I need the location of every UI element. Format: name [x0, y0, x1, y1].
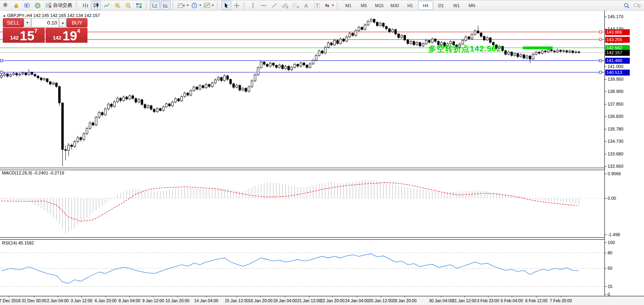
volume-input[interactable]: 0.10: [31, 18, 59, 27]
sell-label: SELL: [7, 20, 20, 26]
time-tick-label: 9 Jan 12:00: [142, 298, 164, 303]
time-tick-label: 15 Jan 12:00: [225, 298, 249, 303]
text-icon[interactable]: A: [302, 1, 312, 10]
time-tick-mark: [464, 296, 465, 297]
text-label-icon[interactable]: T: [312, 1, 322, 10]
time-tick-mark: [129, 296, 130, 297]
rsi-canvas[interactable]: [0, 239, 604, 296]
tab-tf-M15[interactable]: M15: [372, 1, 387, 10]
time-tick-label: 10 Jan 20:00: [165, 298, 190, 303]
tab-tf-W1[interactable]: W1: [449, 1, 464, 10]
new-order-button[interactable]: 单: [0, 1, 10, 10]
main-toolbar: 单 自动交易 ▼ ▼ ▼ E F A T ▼: [0, 0, 644, 11]
panel-divider[interactable]: [0, 168, 604, 170]
time-tick-label: 6 Feb 12:00: [525, 298, 547, 303]
main-chart-canvas[interactable]: [0, 11, 604, 168]
market-watch-icon[interactable]: [11, 1, 21, 10]
buy-price-pip: 4: [77, 28, 80, 34]
axis-separator: [604, 11, 605, 296]
time-tick-label: 21 Jan 12:00: [297, 298, 321, 303]
time-tick-label: 2 Jan 04:00: [47, 298, 69, 303]
horizontal-line-icon[interactable]: [259, 1, 269, 10]
trendline-icon[interactable]: [270, 1, 279, 10]
arrows-icon[interactable]: ▼: [323, 1, 335, 10]
price-line-label: 143.886: [605, 29, 630, 35]
cursor-icon[interactable]: [221, 1, 231, 10]
bar-chart-icon[interactable]: [80, 1, 90, 10]
sell-price-panel[interactable]: 142 15 7: [3, 28, 45, 43]
svg-text:F: F: [297, 6, 299, 9]
time-tick-mark: [58, 296, 58, 297]
ohlc-values: 142.145 142.165 142.134 142.157: [33, 13, 100, 18]
time-tick-label: 14 Jan 04:00: [194, 298, 218, 303]
zoom-out-icon[interactable]: [123, 1, 133, 10]
tab-tf-M30[interactable]: M30: [388, 1, 402, 10]
tab-tf-M5[interactable]: M5: [357, 1, 371, 10]
tab-tf-H1[interactable]: H1: [403, 1, 418, 10]
strategy-tester-icon[interactable]: [32, 1, 42, 10]
toolbar-right-group: [621, 1, 642, 10]
macd-canvas[interactable]: [0, 170, 604, 237]
buy-price-big: 19: [63, 30, 77, 42]
time-tick-mark: [488, 296, 488, 297]
time-tick-mark: [381, 296, 381, 297]
time-tick-label: 3 Jan 12:00: [71, 298, 93, 303]
templates-icon[interactable]: ▼: [203, 1, 215, 10]
indicators-icon[interactable]: ▼: [177, 1, 190, 10]
svg-text:E: E: [287, 6, 289, 9]
dropdown-caret-icon: ▼: [186, 4, 189, 7]
sell-button[interactable]: SELL: [3, 18, 24, 27]
terminal-icon[interactable]: [22, 1, 32, 10]
pivot-annotation[interactable]: 多空转折点142.562: [428, 44, 501, 54]
timeframe-group: M1M5M15M30H1H4D1W1MN: [341, 1, 480, 10]
tab-tf-D1[interactable]: D1: [434, 1, 448, 10]
chart-shift-icon[interactable]: [161, 1, 171, 10]
volume-decrease-button[interactable]: ▼: [24, 18, 31, 27]
tile-windows-icon[interactable]: [134, 1, 144, 10]
tab-tf-H4[interactable]: H4: [418, 1, 433, 10]
time-tick-label: 5 Feb 04:00: [501, 298, 523, 303]
time-tick-label: 6 Jan 23:00: [95, 298, 117, 303]
chart-plot-area[interactable]: [0, 11, 604, 296]
time-axis[interactable]: 27 Dec 201831 Dec 00:002 Jan 04:003 Jan …: [0, 296, 644, 305]
one-click-trading-panel: SELL ▼ 0.10 ▲ BUY 142 15 7 142 19 4: [3, 18, 87, 43]
time-tick-mark: [441, 296, 441, 297]
collapse-arrow-icon[interactable]: ▲: [3, 14, 6, 17]
auto-scroll-icon[interactable]: [150, 1, 160, 10]
time-tick-mark: [153, 296, 154, 297]
autotrading-button[interactable]: 自动交易: [43, 1, 74, 10]
price-axis[interactable]: 145.170144.130143.070142.020141.000139.9…: [605, 11, 644, 296]
equidistant-channel-icon[interactable]: E: [280, 1, 290, 10]
svg-text:T: T: [316, 3, 319, 8]
time-tick-mark: [106, 296, 106, 297]
panel-divider[interactable]: [0, 237, 604, 240]
time-tick-mark: [34, 296, 34, 297]
dropdown-caret-icon: ▼: [211, 4, 215, 7]
fibonacci-icon[interactable]: F: [291, 1, 301, 10]
line-chart-icon[interactable]: [102, 1, 112, 10]
time-tick-mark: [285, 296, 285, 297]
buy-label: BUY: [72, 20, 82, 26]
search-icon[interactable]: [621, 1, 631, 10]
zoom-in-icon[interactable]: [112, 1, 122, 10]
price-line-label: 142.157: [605, 50, 630, 56]
periods-icon[interactable]: ▼: [190, 1, 202, 10]
toolbar-grip: [173, 2, 175, 9]
candlestick-chart-icon[interactable]: [91, 1, 101, 10]
buy-price-panel[interactable]: 142 19 4: [46, 28, 87, 43]
vertical-line-icon[interactable]: [248, 1, 258, 10]
dropdown-caret-icon: ▼: [199, 4, 202, 7]
tab-tf-M1[interactable]: M1: [341, 1, 356, 10]
tab-tf-MN[interactable]: MN: [465, 1, 479, 10]
time-tick-mark: [9, 296, 9, 297]
time-tick-mark: [309, 296, 310, 297]
time-tick-mark: [357, 296, 357, 297]
chat-icon[interactable]: [632, 1, 642, 10]
autotrading-label: 自动交易: [53, 2, 72, 9]
volume-increase-button[interactable]: ▲: [59, 18, 66, 27]
time-tick-mark: [561, 296, 561, 297]
time-tick-label: 22 Jan 20:00: [321, 298, 345, 303]
time-tick-mark: [405, 296, 405, 297]
crosshair-icon[interactable]: [232, 1, 242, 10]
buy-button[interactable]: BUY: [66, 18, 87, 27]
